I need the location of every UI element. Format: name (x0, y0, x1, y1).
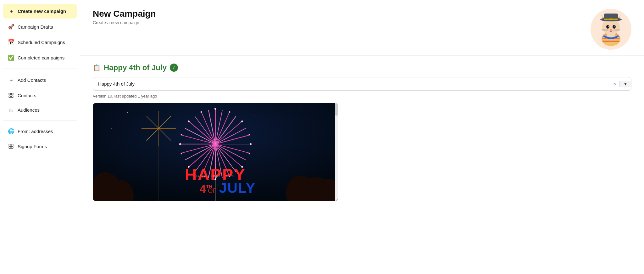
sidebar-item-label: From: addresses (18, 129, 53, 134)
sidebar-item-completed-campaigns[interactable]: ✅ Completed campaigns (3, 51, 77, 65)
svg-point-44 (316, 131, 316, 132)
sidebar-item-add-contacts[interactable]: ＋ Add Contacts (3, 73, 77, 87)
svg-point-40 (253, 115, 253, 116)
forms-icon (8, 143, 14, 149)
svg-point-39 (206, 109, 206, 110)
svg-point-30 (614, 26, 615, 27)
sidebar-item-label: Scheduled Campaigns (18, 40, 65, 45)
version-info: Version 10, last updated 1 year ago (93, 94, 631, 98)
sidebar-divider-2 (3, 120, 77, 120)
sidebar-item-label: Completed campaigns (18, 55, 64, 60)
svg-rect-3 (12, 96, 13, 98)
svg-point-41 (300, 111, 301, 111)
plus-contacts-icon: ＋ (8, 76, 14, 84)
svg-point-89 (181, 153, 182, 154)
chevron-down-icon: ▾ (624, 81, 627, 87)
svg-point-93 (201, 111, 202, 113)
svg-point-43 (111, 128, 112, 129)
page-subtitle: Create a new campaign (93, 20, 156, 25)
contacts-icon (8, 92, 14, 98)
svg-point-83 (249, 153, 250, 154)
campaign-select-row[interactable]: × ▾ (93, 77, 631, 91)
fireworks-svg: HAPPY 4 TH OF JULY since Campell 1879 (93, 103, 338, 201)
clipboard-icon: 📋 (93, 64, 101, 71)
clear-campaign-button[interactable]: × (610, 81, 619, 87)
svg-point-90 (179, 143, 181, 145)
sidebar-item-create-campaign[interactable]: ＋ Create new campaign (3, 4, 77, 19)
campaign-content: 📋 Happy 4th of July ✓ × ▾ Version 10, la… (80, 56, 644, 274)
sidebar-item-label: Signup Forms (18, 144, 47, 149)
sidebar-item-label: Add Contacts (18, 77, 46, 83)
svg-point-92 (188, 120, 190, 122)
main-header: New Campaign Create a new campaign (80, 0, 644, 56)
main-content: New Campaign Create a new campaign (80, 0, 644, 274)
svg-point-81 (249, 134, 250, 136)
sidebar-item-label: Audiences (18, 107, 40, 113)
scrollbar-thumb[interactable] (335, 103, 338, 116)
svg-rect-0 (9, 93, 10, 95)
sidebar-item-scheduled-campaigns[interactable]: 📅 Scheduled Campaigns (3, 35, 77, 49)
checkmark-icon: ✅ (8, 54, 14, 61)
scrollbar-track[interactable] (335, 103, 338, 201)
header-text: New Campaign Create a new campaign (93, 9, 156, 25)
svg-rect-10 (11, 144, 13, 146)
svg-point-28 (613, 25, 616, 29)
svg-text:since Campell 1879: since Campell 1879 (196, 174, 235, 178)
svg-text:OF: OF (208, 187, 217, 194)
campaign-dropdown-toggle[interactable]: ▾ (619, 81, 631, 87)
campaign-name-input[interactable] (93, 77, 610, 90)
svg-rect-11 (9, 147, 11, 148)
mascot-avatar (591, 9, 631, 50)
svg-point-91 (181, 134, 182, 136)
calendar-icon: 📅 (8, 39, 14, 46)
rocket-icon: 🚀 (8, 24, 14, 30)
globe-icon: 🌐 (8, 128, 14, 135)
svg-point-31 (610, 29, 612, 31)
svg-rect-1 (12, 93, 13, 95)
sidebar-item-label: Campaign Drafts (18, 24, 53, 30)
sidebar-item-signup-forms[interactable]: Signup Forms (3, 140, 77, 153)
svg-point-37 (127, 112, 128, 113)
sidebar-item-label: Create new campaign (18, 8, 66, 14)
sidebar-divider (3, 69, 77, 69)
svg-point-80 (241, 120, 243, 122)
svg-rect-16 (602, 41, 619, 42)
svg-point-79 (229, 111, 230, 113)
svg-rect-2 (9, 96, 10, 98)
svg-text:4: 4 (200, 182, 206, 195)
svg-point-26 (610, 18, 612, 20)
sidebar-item-label: Contacts (18, 93, 36, 98)
sidebar: ＋ Create new campaign 🚀 Campaign Drafts … (0, 0, 80, 274)
svg-point-29 (608, 26, 609, 27)
svg-point-78 (214, 108, 216, 110)
svg-text:JULY: JULY (219, 180, 256, 196)
audiences-icon (8, 107, 14, 113)
svg-rect-12 (11, 147, 13, 148)
fireworks-preview: HAPPY 4 TH OF JULY since Campell 1879 (93, 103, 338, 201)
campaign-heading: Happy 4th of July (104, 63, 167, 72)
plus-icon: ＋ (8, 8, 14, 15)
email-preview-card: HAPPY 4 TH OF JULY since Campell 1879 (93, 103, 338, 201)
svg-point-42 (322, 122, 322, 122)
svg-point-27 (606, 25, 609, 29)
campaign-title-row: 📋 Happy 4th of July ✓ (93, 63, 631, 72)
page-title: New Campaign (93, 9, 156, 19)
cat-mascot-svg (592, 10, 630, 48)
sidebar-item-audiences[interactable]: Audiences (3, 103, 77, 116)
completed-badge: ✓ (170, 64, 178, 72)
sidebar-item-contacts[interactable]: Contacts (3, 89, 77, 102)
sidebar-item-from-addresses[interactable]: 🌐 From: addresses (3, 124, 77, 138)
sidebar-item-campaign-drafts[interactable]: 🚀 Campaign Drafts (3, 20, 77, 34)
svg-rect-9 (9, 144, 11, 146)
svg-point-82 (250, 143, 252, 145)
